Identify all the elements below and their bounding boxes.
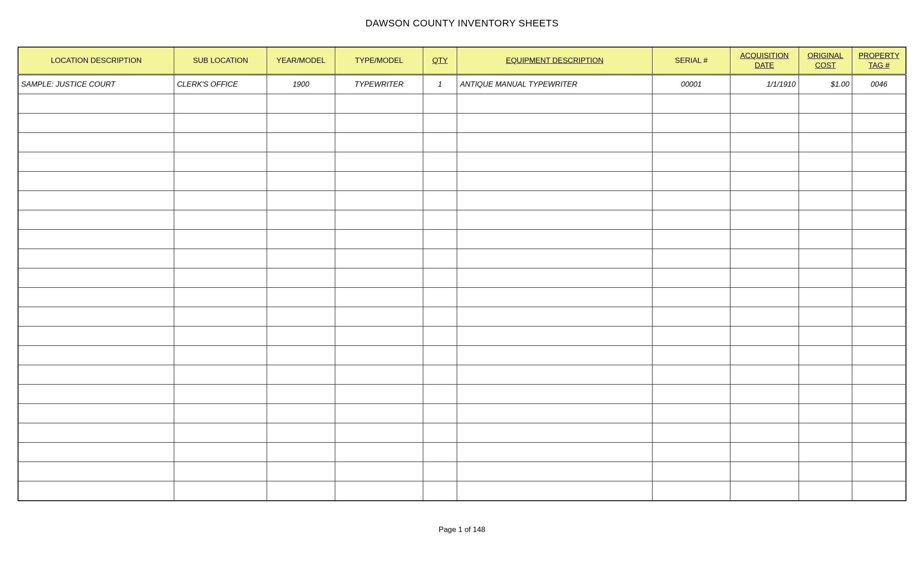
cell-empty xyxy=(423,94,457,114)
cell-empty xyxy=(267,94,335,114)
table-row-empty xyxy=(18,249,906,268)
cell-empty xyxy=(174,385,267,404)
cell-empty xyxy=(852,230,906,249)
cell-empty xyxy=(457,346,653,365)
cell-empty xyxy=(267,288,335,307)
cell-empty xyxy=(799,133,852,152)
cell-yearmodel: 1900 xyxy=(267,75,335,94)
cell-empty xyxy=(457,365,653,385)
cell-empty xyxy=(18,346,174,365)
cell-empty xyxy=(730,249,799,268)
cell-empty xyxy=(174,326,267,346)
cell-empty xyxy=(799,307,852,326)
cell-empty xyxy=(174,288,267,307)
cell-empty xyxy=(852,114,906,133)
cell-empty xyxy=(423,462,457,481)
cell-empty xyxy=(18,288,174,307)
cell-empty xyxy=(423,172,457,191)
table-row-empty xyxy=(18,443,906,462)
cell-empty xyxy=(267,481,335,501)
cell-empty xyxy=(652,191,730,210)
cell-empty xyxy=(799,288,852,307)
cell-empty xyxy=(457,462,653,481)
table-row-empty xyxy=(18,462,906,481)
cell-empty xyxy=(799,462,852,481)
table-row-empty xyxy=(18,423,906,443)
cell-sublocation: CLERK'S OFFICE xyxy=(174,75,267,94)
cell-empty xyxy=(335,94,423,114)
cell-location: SAMPLE: JUSTICE COURT xyxy=(18,75,174,94)
cell-empty xyxy=(730,152,799,172)
cell-empty xyxy=(457,210,653,230)
cell-empty xyxy=(335,133,423,152)
column-header: EQUIPMENT DESCRIPTION xyxy=(457,47,653,75)
cell-empty xyxy=(423,365,457,385)
cell-empty xyxy=(423,385,457,404)
cell-empty xyxy=(267,191,335,210)
cell-empty xyxy=(799,210,852,230)
cell-empty xyxy=(799,249,852,268)
cell-empty xyxy=(652,268,730,288)
cell-empty xyxy=(799,152,852,172)
cell-empty xyxy=(652,288,730,307)
cell-proptag: 0046 xyxy=(852,75,906,94)
cell-empty xyxy=(174,481,267,501)
cell-empty xyxy=(852,443,906,462)
cell-empty xyxy=(457,443,653,462)
cell-empty xyxy=(457,133,653,152)
cell-empty xyxy=(730,94,799,114)
table-row-empty xyxy=(18,94,906,114)
cell-empty xyxy=(174,404,267,423)
cell-empty xyxy=(335,114,423,133)
cell-empty xyxy=(799,94,852,114)
cell-empty xyxy=(174,152,267,172)
cell-equipdesc: ANTIQUE MANUAL TYPEWRITER xyxy=(457,75,653,94)
cell-empty xyxy=(267,230,335,249)
table-row-empty xyxy=(18,481,906,501)
cell-empty xyxy=(457,268,653,288)
cell-origcost: $1.00 xyxy=(799,75,852,94)
cell-serial: 00001 xyxy=(652,75,730,94)
cell-empty xyxy=(852,462,906,481)
cell-empty xyxy=(174,423,267,443)
cell-empty xyxy=(799,481,852,501)
table-row-empty xyxy=(18,210,906,230)
cell-empty xyxy=(18,423,174,443)
cell-empty xyxy=(423,288,457,307)
cell-qty: 1 xyxy=(423,75,457,94)
cell-empty xyxy=(799,443,852,462)
table-row-empty xyxy=(18,268,906,288)
cell-empty xyxy=(799,423,852,443)
cell-empty xyxy=(730,191,799,210)
cell-empty xyxy=(852,249,906,268)
cell-empty xyxy=(457,288,653,307)
cell-empty xyxy=(652,481,730,501)
cell-empty xyxy=(652,249,730,268)
cell-empty xyxy=(652,114,730,133)
inventory-table: LOCATION DESCRIPTIONSUB LOCATIONYEAR/MOD… xyxy=(18,47,906,501)
cell-empty xyxy=(18,94,174,114)
column-header: YEAR/MODEL xyxy=(267,47,335,75)
cell-empty xyxy=(799,172,852,191)
table-row-empty xyxy=(18,346,906,365)
cell-empty xyxy=(652,443,730,462)
cell-empty xyxy=(652,133,730,152)
cell-empty xyxy=(730,307,799,326)
cell-empty xyxy=(335,307,423,326)
cell-empty xyxy=(335,249,423,268)
table-row-empty xyxy=(18,191,906,210)
cell-empty xyxy=(652,172,730,191)
cell-empty xyxy=(267,114,335,133)
cell-empty xyxy=(335,404,423,423)
cell-empty xyxy=(267,404,335,423)
table-row-empty xyxy=(18,326,906,346)
cell-empty xyxy=(457,326,653,346)
cell-empty xyxy=(18,268,174,288)
cell-empty xyxy=(852,191,906,210)
cell-empty xyxy=(174,114,267,133)
cell-empty xyxy=(730,404,799,423)
cell-empty xyxy=(852,404,906,423)
cell-empty xyxy=(730,210,799,230)
cell-empty xyxy=(457,385,653,404)
cell-empty xyxy=(335,423,423,443)
